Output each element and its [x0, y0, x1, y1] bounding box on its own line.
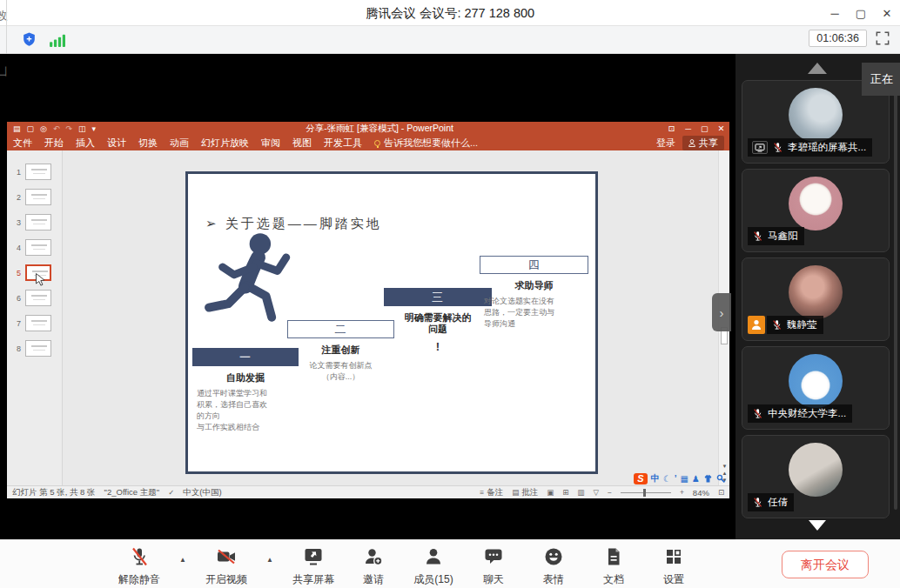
- fit-to-window-icon[interactable]: ⊡: [718, 488, 724, 497]
- notes-toggle[interactable]: ≡备注: [480, 487, 503, 498]
- leave-meeting-button[interactable]: 离开会议: [782, 551, 869, 578]
- tab-developer[interactable]: 开发工具: [318, 136, 368, 150]
- slide-thumb-7[interactable]: 7: [7, 311, 62, 336]
- spellcheck-icon[interactable]: ✓: [168, 488, 174, 497]
- redo-icon[interactable]: ↷: [65, 122, 72, 136]
- slide-thumb-5-selected[interactable]: 5: [7, 260, 62, 285]
- slide-thumb-4[interactable]: 4: [7, 235, 62, 260]
- ime-skin-icon[interactable]: [703, 474, 713, 484]
- zoom-level[interactable]: 84%: [693, 488, 709, 498]
- comments-toggle[interactable]: ▤批注: [512, 487, 538, 498]
- meeting-control-bar: 解除静音 ▲ 开启视频 ▲ 共享屏幕 邀请 成员(15) 聊天 表情: [0, 539, 900, 588]
- tab-review[interactable]: 审阅: [255, 136, 286, 150]
- participant-name: 中央财经大学李...: [768, 407, 846, 420]
- ime-moon-icon[interactable]: ☾: [663, 474, 671, 484]
- security-shield-icon[interactable]: [21, 30, 37, 49]
- slide-number: 5: [7, 269, 21, 277]
- view-sorter-icon[interactable]: ⊞: [562, 488, 568, 497]
- sogou-logo-icon[interactable]: S: [634, 473, 648, 484]
- start-video-button[interactable]: 开启视频: [204, 546, 249, 587]
- minimize-button[interactable]: ─: [822, 0, 848, 26]
- close-button[interactable]: ✕: [874, 0, 900, 26]
- ppt-restore-button[interactable]: ▢: [696, 122, 713, 136]
- mouse-cursor-icon: [36, 273, 45, 286]
- mic-muted-icon: [752, 497, 763, 508]
- chat-button[interactable]: 聊天: [471, 546, 516, 587]
- emoji-button[interactable]: 表情: [531, 546, 576, 587]
- tab-transitions[interactable]: 切换: [132, 136, 164, 150]
- slideshow-icon[interactable]: ◫: [78, 122, 86, 136]
- invite-button[interactable]: 邀请: [351, 546, 396, 587]
- print-preview-icon[interactable]: ◎: [40, 122, 47, 136]
- tab-animations[interactable]: 动画: [164, 136, 195, 150]
- tab-home[interactable]: 开始: [38, 136, 70, 150]
- maximize-button[interactable]: ▢: [848, 0, 874, 26]
- undo-icon[interactable]: ↶: [53, 122, 60, 136]
- participant-tile[interactable]: 任倩: [742, 435, 890, 518]
- slide-thumb-8[interactable]: 8: [7, 336, 62, 361]
- step2-desc: 论文需要有创新点 （内容...）: [287, 360, 394, 383]
- participant-tile[interactable]: 魏静莹: [742, 257, 890, 341]
- view-normal-icon[interactable]: ▣: [547, 488, 554, 497]
- ime-punctuation-icon[interactable]: ’: [675, 474, 677, 484]
- tab-view[interactable]: 视图: [286, 136, 318, 150]
- video-options-caret[interactable]: ▲: [264, 546, 276, 564]
- invite-label: 邀请: [351, 572, 396, 587]
- slide-thumb-1[interactable]: 1: [7, 159, 62, 184]
- participant-tile[interactable]: 马鑫阳: [742, 169, 890, 252]
- scroll-down-arrow-icon[interactable]: [809, 520, 826, 531]
- zoom-in-icon[interactable]: +: [680, 488, 684, 497]
- ime-toolbar: S 中 ☾ ’ ▦ ♟: [634, 472, 726, 484]
- zoom-slider[interactable]: [621, 492, 671, 493]
- slide-thumb-3[interactable]: 3: [7, 210, 62, 235]
- unmute-button[interactable]: 解除静音: [117, 546, 162, 587]
- ime-person-icon[interactable]: ♟: [692, 474, 700, 484]
- scroll-up-arrow-icon[interactable]: [808, 63, 827, 74]
- share-screen-label: 共享屏幕: [291, 572, 336, 587]
- participant-name: 马鑫阳: [768, 230, 798, 243]
- participant-label: 魏静莹: [767, 316, 823, 334]
- ppt-statusbar: 幻灯片 第 5 张, 共 8 张 "2_Office 主题" ✓ 中文(中国) …: [7, 485, 729, 498]
- participant-tile[interactable]: 中央财经大学李...: [742, 346, 890, 430]
- zoom-slider-knob[interactable]: [643, 489, 646, 497]
- fullscreen-icon[interactable]: [874, 30, 891, 47]
- ribbon-options-icon[interactable]: ⊡: [663, 122, 680, 136]
- members-button[interactable]: 成员(15): [411, 546, 456, 587]
- network-signal-icon[interactable]: [50, 32, 66, 47]
- save-icon[interactable]: ▤: [13, 122, 21, 136]
- ime-toolbox-icon[interactable]: [716, 474, 726, 484]
- slide-thumb-image: [25, 214, 51, 231]
- ppt-minimize-button[interactable]: ─: [680, 122, 696, 136]
- slide-thumb-6[interactable]: 6: [7, 285, 62, 311]
- ime-keyboard-icon[interactable]: ▦: [681, 474, 688, 484]
- tab-design[interactable]: 设计: [101, 136, 132, 150]
- tab-slideshow[interactable]: 幻灯片放映: [195, 136, 255, 150]
- tab-file[interactable]: 文件: [7, 136, 38, 150]
- settings-button[interactable]: 设置: [651, 546, 696, 587]
- language-indicator[interactable]: 中文(中国): [183, 487, 221, 498]
- login-button[interactable]: 登录: [656, 137, 675, 150]
- new-file-icon[interactable]: ▢: [27, 122, 35, 136]
- view-reading-icon[interactable]: ▥: [577, 488, 584, 497]
- ppt-share-button[interactable]: 共享: [682, 136, 724, 150]
- sidebar-collapse-tab[interactable]: ›: [712, 293, 731, 331]
- sidebar-scrollbar[interactable]: [894, 84, 897, 510]
- share-screen-icon: [303, 546, 324, 567]
- ppt-close-button[interactable]: ✕: [713, 122, 729, 136]
- view-slideshow-icon[interactable]: ▽: [593, 488, 599, 497]
- share-screen-button[interactable]: 共享屏幕: [291, 546, 336, 587]
- ime-chinese-mode[interactable]: 中: [651, 472, 660, 484]
- slide-canvas[interactable]: ➢ 关于选题——脚踏实地 一 二 三 四 自助发: [185, 171, 598, 474]
- docs-button[interactable]: 文档: [591, 546, 636, 587]
- members-label: 成员(15): [411, 572, 456, 587]
- mic-options-caret[interactable]: ▲: [177, 546, 189, 564]
- slide-thumb-2[interactable]: 2: [7, 184, 62, 210]
- document-icon: [603, 546, 624, 567]
- avatar: [789, 177, 843, 231]
- theme-name: "2_Office 主题": [104, 487, 160, 498]
- tellme-box[interactable]: 告诉我您想要做什么...: [368, 137, 484, 150]
- scroll-down-icon[interactable]: ▼: [719, 463, 730, 470]
- tab-insert[interactable]: 插入: [70, 136, 101, 150]
- zoom-out-icon[interactable]: −: [608, 488, 612, 497]
- host-badge-icon: [748, 316, 765, 334]
